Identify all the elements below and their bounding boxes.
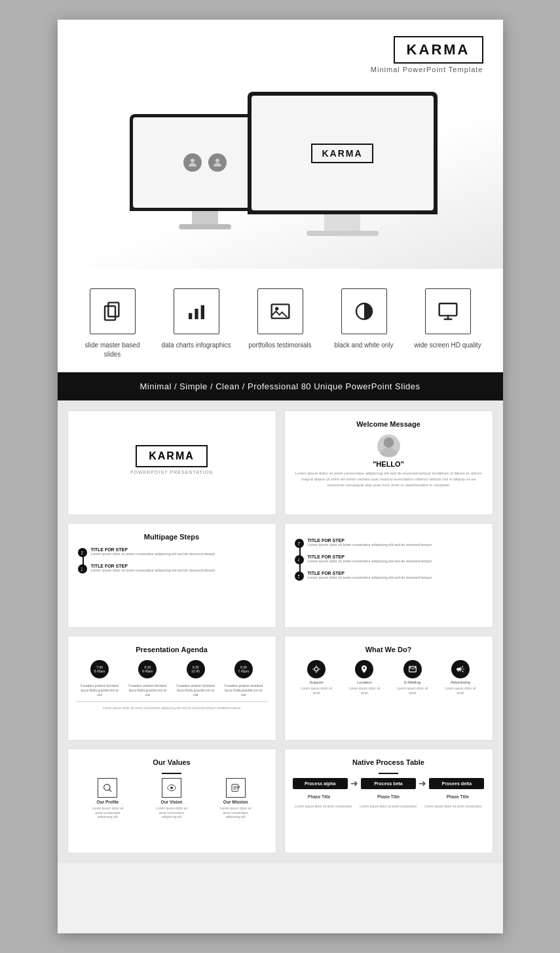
svg-point-0 — [191, 159, 195, 163]
karma-slide-sub: POWERPOINT PRESENTATION — [130, 470, 213, 475]
step-title-5: TITLE FOR STEP — [308, 571, 432, 575]
banner-text: Minimal / Simple / Clean / Professional … — [140, 381, 420, 391]
value-icon-box-mission — [226, 778, 246, 798]
timeline-content: 1 TITLE FOR STEP Lorem ipsum dolor sit a… — [76, 547, 268, 577]
location-icon-circle — [355, 660, 373, 678]
bar-chart-icon — [186, 301, 207, 322]
timeline-step-4: 4 TITLE FOR STEP Lorem ipsum dolor sit a… — [306, 554, 485, 564]
svg-point-1 — [215, 159, 219, 163]
value-desc-mission: Lorem ipsum dolor sit amet consectetur a… — [217, 806, 253, 819]
screen-karma-box: KARMA — [311, 144, 373, 163]
svg-point-8 — [275, 307, 278, 310]
timeline-step-5: 5 TITLE FOR STEP Lorem ipsum dolor sit a… — [306, 571, 485, 581]
value-icon-box-vision — [162, 778, 181, 798]
process-table: Process alpha ➜ Process beta ➜ Procees d… — [293, 778, 485, 809]
mission-icon — [231, 783, 241, 793]
svg-rect-2 — [108, 303, 119, 317]
whatwedo-email: E-Mailing Lorem ipsum dolor sit amet — [396, 660, 429, 695]
whatwedo-desc-support: Lorem ipsum dolor sit amet — [300, 686, 333, 695]
step-info-1: TITLE FOR STEP Lorem ipsum dolor sit ame… — [91, 547, 215, 557]
step-info-3: TITLE FOR STEP Lorem ipsum dolor sit ame… — [308, 538, 432, 548]
whatwedo-label-email: E-Mailing — [404, 680, 420, 684]
slide-multipage-steps: Multipage Steps 1 TITLE FOR STEP Lorem i… — [67, 523, 276, 628]
agenda-divider — [76, 701, 268, 702]
slide-title-values: Our Values — [76, 758, 268, 766]
timeline-step-3: 3 TITLE FOR STEP Lorem ipsum dolor sit a… — [306, 538, 485, 548]
step-title-1: TITLE FOR STEP — [91, 547, 215, 552]
copy-icon — [102, 301, 123, 322]
monitor-stand-back — [192, 211, 218, 224]
whatwedo-desc-advertising: Lorem ipsum dolor sit amet — [444, 686, 477, 695]
feature-label-slide-master: slide master based slides — [77, 341, 149, 359]
slide-title-process: Native Process Table — [293, 758, 485, 766]
step-info-2: TITLE FOR STEP Lorem ipsum dolor sit ame… — [91, 564, 215, 574]
slide-our-values: Our Values Our Profile Lorem ipsum dolor… — [67, 749, 276, 853]
feature-data-charts: data charts infographics — [160, 288, 233, 350]
process-label-3: Phase Title — [431, 794, 484, 799]
feature-label-portfolios: portfollos testimonials — [248, 341, 311, 350]
value-vision: Our Vision Lorem ipsum dolor sit amet co… — [153, 778, 189, 819]
values-divider — [162, 773, 181, 774]
svg-rect-10 — [439, 303, 457, 316]
timeline-line-2 — [299, 543, 301, 579]
whatwedo-location: Location Lorem ipsum dolor sit amet — [348, 660, 381, 695]
slides-grid: KARMA POWERPOINT PRESENTATION Welcome Me… — [58, 400, 503, 863]
image-icon — [270, 301, 291, 322]
slide-agenda: Presentation Agenda 7:008.45am 8:309.45a… — [67, 636, 276, 741]
slide-title-welcome: Welcome Message — [293, 420, 485, 428]
svg-rect-6 — [200, 305, 204, 319]
whatwedo-desc-location: Lorem ipsum dolor sit amet — [348, 686, 381, 695]
slide-multipage-steps-2: 3 TITLE FOR STEP Lorem ipsum dolor sit a… — [284, 523, 493, 628]
welcome-lorem: Lorem ipsum dolor sit amet consectetur a… — [293, 471, 485, 488]
slide-title-steps: Multipage Steps — [76, 533, 268, 541]
svg-point-14 — [170, 787, 173, 789]
value-label-profile: Our Profile — [97, 800, 119, 804]
circle-half-icon — [354, 301, 375, 322]
svg-point-12 — [314, 667, 318, 671]
support-icon — [312, 665, 321, 674]
svg-point-11 — [383, 437, 394, 448]
feature-black-white: black and white only — [328, 288, 400, 350]
whatwedo-desc-email: Lorem ipsum dolor sit amet — [396, 686, 429, 695]
process-box-beta: Process beta — [361, 778, 416, 789]
feature-icon-box-chart — [174, 288, 219, 334]
agenda-circle-2: 8:309.45am — [138, 660, 157, 678]
karma-slide-box: KARMA — [136, 445, 208, 467]
process-label-2: Phase Title — [362, 794, 415, 799]
process-desc-2: Lorem ipsum dolor sit amet consectetur — [358, 804, 420, 809]
agenda-col-2: Curabitur pretium tincidunt lacus Nulla … — [126, 684, 168, 697]
feature-slide-master: slide master based slides — [77, 288, 149, 359]
process-divider — [379, 773, 398, 774]
step-title-2: TITLE FOR STEP — [91, 564, 215, 568]
monitor-screen-front: KARMA — [252, 96, 434, 210]
agenda-circle-1: 7:008.45am — [90, 660, 109, 678]
whatwedo-label-support: Support — [310, 680, 324, 684]
monitor-base-back — [179, 224, 231, 229]
person-avatar-icon — [377, 435, 400, 457]
agenda-col-1: Curabitur pretium tincidunt lacus Nulla … — [79, 684, 121, 697]
avatar-circle — [183, 153, 202, 172]
agenda-col-3: Curabitur pretium tincidunt lacus Nulla … — [174, 684, 216, 697]
feature-icon-box-copy — [90, 288, 136, 334]
timeline-step-2: 2 TITLE FOR STEP Lorem ipsum dolor sit a… — [89, 564, 268, 574]
monitor-stand-front — [324, 214, 360, 231]
values-icons: Our Profile Lorem ipsum dolor sit amet c… — [76, 778, 268, 819]
feature-label-wide: wide screen HD quality — [414, 341, 481, 350]
slide-title-agenda: Presentation Agenda — [76, 646, 268, 653]
process-box-alpha: Process alpha — [293, 778, 348, 789]
process-labels-row: Phase Title Phase Title Phase Title — [293, 794, 485, 799]
feature-wide-screen: wide screen HD quality — [412, 288, 484, 350]
advertising-icon-circle — [451, 660, 470, 678]
value-label-mission: Our Mission — [223, 800, 248, 804]
profile-icon — [102, 783, 113, 793]
karma-slide-content: KARMA POWERPOINT PRESENTATION — [76, 420, 268, 499]
feature-icon-box-monitor — [425, 288, 471, 334]
slide-karma-title: KARMA POWERPOINT PRESENTATION — [67, 410, 276, 515]
step-desc-2: Lorem ipsum dolor sit amet consectetur a… — [91, 568, 215, 574]
timeline-step-1: 1 TITLE FOR STEP Lorem ipsum dolor sit a… — [89, 547, 268, 557]
feature-label-bw: black and white only — [334, 341, 393, 350]
process-desc-1: Lorem ipsum dolor sit amet consectetur — [293, 804, 355, 809]
step-desc-5: Lorem ipsum dolor sit amet consectetur a… — [308, 575, 432, 581]
process-boxes-row: Process alpha ➜ Process beta ➜ Procees d… — [293, 778, 485, 789]
whatwedo-icons: Support Lorem ipsum dolor sit amet Locat… — [293, 660, 485, 695]
